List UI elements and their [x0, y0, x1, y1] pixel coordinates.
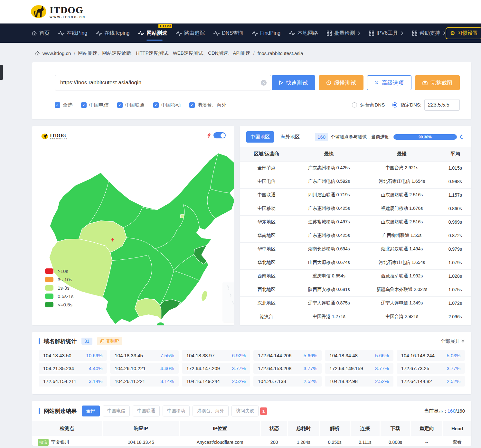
nav-item[interactable]: 本地网络	[289, 23, 318, 43]
quick-test-button[interactable]: 快速测试	[272, 75, 315, 90]
map-mode-toggle[interactable]	[213, 132, 226, 138]
slow-test-button[interactable]: 缓慢测试	[319, 75, 363, 90]
ip-stat-cell[interactable]: 104.18.42.98 2.52%	[325, 376, 393, 387]
ip-stats-grid: 104.18.43.50 10.69% 104.18.33.45 7.55% 1…	[39, 350, 465, 387]
section-accent-bar	[39, 338, 40, 344]
settings-button[interactable]: ⚙ 习惯设置	[446, 27, 481, 39]
filter-tab[interactable]: 访问失败	[231, 406, 259, 416]
section-accent-bar	[39, 408, 40, 414]
ip-stat-cell[interactable]: 172.64.153.208 3.77%	[253, 363, 322, 374]
operator-dns-label[interactable]: 运营商DNS	[360, 102, 385, 108]
ip-stat-cell[interactable]: 104.18.43.50 10.69%	[39, 350, 107, 361]
operator-dns-radio[interactable]	[352, 102, 357, 107]
tab-overseas-region[interactable]: 海外地区	[276, 131, 304, 143]
region-name: 中国电信	[240, 175, 293, 188]
nav-item[interactable]: 在线Ping	[58, 23, 87, 43]
average-value: 2.096s	[439, 310, 471, 323]
breadcrumb-section[interactable]: 网站测速、网站速度诊断、HTTP速度测试、WEB速度测试、CDN测速、API测速	[78, 50, 250, 56]
ip-percent: 2.52%	[232, 378, 246, 384]
ip-stat-cell[interactable]: 104.18.38.97 6.92%	[182, 350, 250, 361]
ip-stat-cell[interactable]: 104.21.35.234 4.40%	[39, 363, 107, 374]
filter-tab[interactable]: 中国电信	[103, 406, 130, 416]
brand-name: ITDOG	[50, 5, 86, 15]
carrier-checkbox[interactable]: ✓ 全选	[55, 102, 72, 108]
region-name: 中国移动	[240, 202, 293, 215]
url-input[interactable]	[55, 75, 271, 90]
slowest-value: 中国台湾 2.921s	[365, 310, 439, 323]
nav-item[interactable]: 路由追踪	[176, 23, 205, 43]
ip-stat-cell[interactable]: 104.16.148.244 5.03%	[397, 350, 465, 361]
expand-all-button[interactable]: 全部展开	[440, 338, 465, 344]
ip-stat-cell[interactable]: 104.26.11.221 3.14%	[110, 376, 178, 387]
advanced-options-button[interactable]: 高级选项	[367, 75, 411, 90]
carrier-checkbox[interactable]: ✓ 港澳台、海外	[189, 102, 226, 108]
copy-ip-button[interactable]: 复制IP	[97, 337, 122, 345]
nav-item[interactable]: 网站测速 HTTP3	[138, 23, 167, 43]
region-table-row: 港澳台 中国香港 1.271s 中国台湾 2.921s 2.096s	[240, 310, 471, 323]
breadcrumb-home[interactable]: www.itdog.cn	[42, 51, 71, 56]
filter-tab[interactable]: 全部	[82, 406, 100, 416]
speed-results-title: 网站测速结果	[44, 407, 77, 415]
carrier-checkbox[interactable]: ✓ 中国电信	[81, 102, 108, 108]
legend-swatch	[45, 302, 53, 307]
ip-stat-cell[interactable]: 104.26.7.138 2.52%	[253, 376, 322, 387]
dns-input[interactable]	[424, 99, 460, 111]
carrier-checkbox[interactable]: ✓ 中国联通	[117, 102, 145, 108]
nav-item[interactable]: FindPing	[252, 23, 280, 43]
ip-stat-cell[interactable]: 172.64.144.82 2.52%	[397, 376, 465, 387]
average-value: 1.157s	[439, 188, 471, 202]
itdog-logo[interactable]: ITDOG WWW.ITDOG.CN	[29, 4, 86, 20]
ip-stat-cell[interactable]: 172.64.149.159 3.77%	[325, 363, 393, 374]
full-screenshot-button[interactable]: 完整截图	[415, 75, 460, 90]
nav-item[interactable]: IPV6工具	[369, 23, 403, 43]
page-edge-tab[interactable]	[0, 65, 3, 80]
nav-item-icon	[176, 31, 182, 36]
specified-dns-label[interactable]: 指定DNS:	[400, 102, 421, 108]
ip-stat-cell[interactable]: 104.18.33.45 7.55%	[110, 350, 178, 361]
china-map-card: ITDOG WWW.ITDOG.CN >10s 3s-	[32, 126, 234, 325]
checkbox-checked-icon: ✓	[189, 102, 195, 108]
ip-stat-cell[interactable]: 104.26.10.221 4.40%	[110, 363, 178, 374]
specified-dns-radio[interactable]	[392, 102, 397, 107]
ip-stat-cell[interactable]: 172.64.144.206 5.66%	[253, 350, 322, 361]
column-header: 响应IP	[102, 421, 179, 436]
ip-stat-cell[interactable]: 104.18.34.48 5.66%	[325, 350, 393, 361]
connect-time: 0.111s	[350, 436, 380, 446]
carrier-checkbox[interactable]: ✓ 中国移动	[153, 102, 181, 108]
region-name: 西南地区	[240, 269, 293, 283]
head-view-link[interactable]: 查看	[443, 436, 471, 446]
ip-stat-cell[interactable]: 104.16.149.244 2.52%	[182, 376, 250, 387]
map-taiwan	[200, 290, 208, 302]
nav-item-icon	[213, 31, 220, 36]
map-watermark-logo: ITDOG WWW.ITDOG.CN	[41, 133, 67, 140]
clear-input-icon[interactable]: ✕	[261, 80, 267, 86]
carrier-badge: 电信	[38, 439, 49, 446]
nav-item[interactable]: 批量检测	[327, 23, 360, 43]
column-header: IP位置	[179, 421, 260, 436]
nav-item[interactable]: DNS查询	[213, 23, 243, 43]
filter-tab[interactable]: 中国移动	[163, 406, 190, 416]
nav-item[interactable]: 在线Tcping	[96, 23, 129, 43]
nav-item-icon	[252, 31, 258, 36]
nav-item-icon	[96, 31, 102, 36]
filter-tab[interactable]: 港澳台、海外	[193, 406, 229, 416]
ip-stat-cell[interactable]: 172.64.154.211 3.14%	[39, 376, 107, 387]
breadcrumb: www.itdog.cn / 网站测速、网站速度诊断、HTTP速度测试、WEB速…	[35, 48, 471, 58]
dns-stats-title: 域名解析统计	[44, 338, 77, 345]
tab-china-region[interactable]: 中国地区	[246, 131, 274, 143]
nav-item[interactable]: 帮助支持	[412, 23, 446, 43]
ip-stat-cell[interactable]: 172.67.73.25 3.77%	[397, 363, 465, 374]
activity-icon	[252, 31, 258, 36]
average-value: 1.075s	[439, 283, 471, 296]
nav-item[interactable]: 首页	[32, 23, 50, 43]
region-table-row: 华北地区 山西太原移动 0.674s 河北石家庄电信 1.654s 1.079s	[240, 256, 471, 269]
ip-percent: 3.77%	[304, 366, 317, 371]
double-chevron-down-icon	[461, 339, 465, 343]
carrier-checkbox-group: ✓ 全选 ✓ 中国电信 ✓ 中国联通 ✓ 中国	[55, 102, 226, 108]
legend-item: 3s-10s	[45, 277, 73, 282]
result-table-header: 检测点响应IPIP位置状态总耗时解析连接下载重定向Head	[32, 421, 471, 436]
average-value: 0.979s	[439, 242, 471, 256]
ip-percent: 3.77%	[375, 366, 389, 371]
ip-stat-cell[interactable]: 172.64.147.209 3.77%	[182, 363, 250, 374]
filter-tab[interactable]: 中国联通	[133, 406, 160, 416]
